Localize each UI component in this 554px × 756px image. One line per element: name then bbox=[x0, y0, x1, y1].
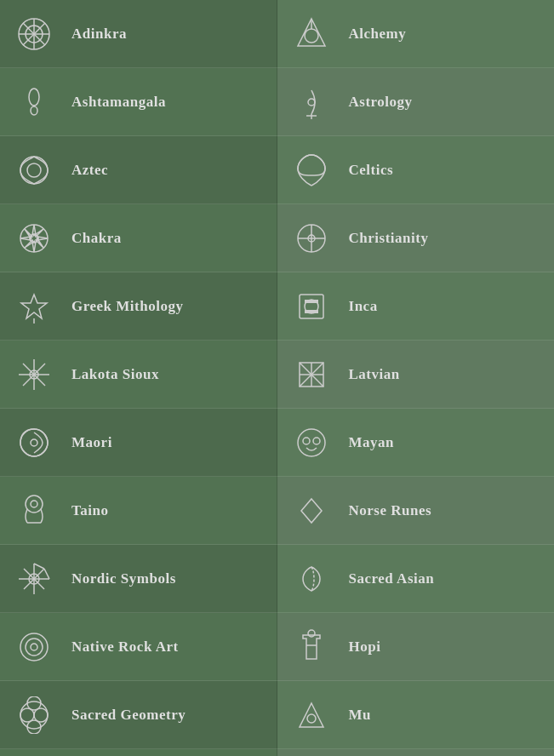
svg-point-38 bbox=[31, 439, 37, 446]
list-item-taino[interactable]: Taino bbox=[0, 477, 277, 545]
list-item-astrology[interactable]: Astrology bbox=[277, 68, 555, 136]
list-item-maori[interactable]: Maori bbox=[0, 409, 277, 477]
list-item-adinkra[interactable]: Adinkra bbox=[0, 0, 277, 68]
svg-point-39 bbox=[298, 429, 325, 456]
item-label: Alchemy bbox=[349, 26, 407, 43]
list-item-celtics[interactable]: Celtics bbox=[277, 136, 555, 204]
item-label: Hopi bbox=[349, 639, 381, 656]
svg-marker-23 bbox=[21, 295, 47, 318]
svg-point-15 bbox=[20, 157, 48, 184]
svg-marker-60 bbox=[300, 703, 323, 727]
svg-point-54 bbox=[308, 630, 315, 637]
list-item-aztec[interactable]: Aztec bbox=[0, 136, 277, 204]
list-item-norse-runes[interactable]: Norse Runes bbox=[277, 477, 555, 545]
chakra-icon bbox=[12, 216, 56, 261]
list-item-native-rock[interactable]: Native Rock Art bbox=[0, 613, 277, 681]
item-label: Sacred Geometry bbox=[71, 707, 186, 724]
item-label: Lakota Sioux bbox=[71, 366, 159, 383]
svg-point-61 bbox=[307, 714, 316, 723]
item-label: Aztec bbox=[71, 162, 108, 179]
svg-point-59 bbox=[27, 720, 41, 734]
nordic-icon bbox=[12, 557, 56, 601]
item-label: Nordic Symbols bbox=[71, 570, 176, 587]
list-item-latvian[interactable]: Latvian bbox=[277, 341, 555, 409]
svg-point-16 bbox=[27, 163, 41, 177]
item-label: Sacred Asian bbox=[349, 570, 435, 587]
item-label: Christianity bbox=[349, 230, 429, 247]
item-label: Native Rock Art bbox=[71, 639, 179, 656]
greek-icon bbox=[12, 284, 56, 329]
list-item-chakra[interactable]: Chakra bbox=[0, 204, 277, 272]
svg-point-58 bbox=[27, 696, 41, 710]
svg-line-50 bbox=[44, 569, 49, 579]
list-item-mayan[interactable]: Mayan bbox=[277, 409, 555, 477]
svg-point-17 bbox=[20, 225, 48, 252]
latvian-icon bbox=[289, 352, 334, 397]
aztec-icon bbox=[12, 148, 56, 192]
list-item-ashtamangala[interactable]: Ashtamangala bbox=[0, 68, 277, 136]
svg-point-9 bbox=[29, 89, 39, 106]
svg-point-42 bbox=[26, 495, 43, 513]
list-item-lakota[interactable]: Lakota Sioux bbox=[0, 341, 277, 409]
list-item-sacred-geometry[interactable]: Sacred Geometry bbox=[0, 681, 277, 749]
svg-point-51 bbox=[20, 633, 48, 661]
svg-line-49 bbox=[34, 564, 44, 569]
svg-point-53 bbox=[31, 644, 37, 650]
mu-icon bbox=[289, 693, 334, 737]
taino-icon bbox=[12, 489, 56, 533]
svg-marker-45 bbox=[301, 499, 322, 523]
mayan-icon bbox=[289, 421, 334, 465]
item-label: Astrology bbox=[349, 94, 413, 111]
norse-runes-icon bbox=[289, 489, 334, 533]
item-label: Adinkra bbox=[71, 26, 127, 43]
list-item-alchemy[interactable]: Alchemy bbox=[277, 0, 555, 68]
list-item-mu[interactable]: Mu bbox=[277, 681, 555, 749]
svg-point-40 bbox=[303, 438, 310, 444]
svg-point-7 bbox=[305, 29, 318, 43]
list-item-nordic[interactable]: Nordic Symbols bbox=[0, 545, 277, 613]
item-label: Celtics bbox=[349, 162, 394, 179]
svg-point-12 bbox=[308, 99, 315, 106]
christianity-icon bbox=[289, 216, 334, 261]
lakota-icon bbox=[12, 352, 56, 397]
list-item-hopi[interactable]: Hopi bbox=[277, 613, 555, 681]
celtics-icon bbox=[289, 148, 334, 192]
alchemy-icon bbox=[289, 12, 334, 56]
list-item-inca[interactable]: Inca bbox=[277, 272, 555, 341]
inca-icon bbox=[289, 284, 334, 329]
hopi-icon bbox=[289, 625, 334, 669]
list-item-christianity[interactable]: Christianity bbox=[277, 204, 555, 272]
svg-point-52 bbox=[26, 639, 43, 656]
item-label: Latvian bbox=[349, 366, 400, 383]
list-item-tarot[interactable]: Tarot-Major Arcana bbox=[0, 749, 277, 756]
svg-point-41 bbox=[313, 438, 320, 444]
ashtamangala-icon bbox=[12, 80, 56, 124]
svg-point-44 bbox=[31, 501, 37, 507]
symbol-grid: Adinkra Alchemy Ashtamangala Astrology A… bbox=[0, 0, 554, 756]
item-label: Mayan bbox=[349, 434, 395, 451]
item-label: Chakra bbox=[71, 230, 122, 247]
item-label: Greek Mithology bbox=[71, 298, 184, 315]
native-rock-icon bbox=[12, 625, 56, 669]
list-item-egyptian[interactable]: Egyptian bbox=[277, 749, 555, 756]
list-item-greek[interactable]: Greek Mithology bbox=[0, 272, 277, 341]
item-label: Norse Runes bbox=[349, 502, 432, 519]
adinkra-icon bbox=[12, 12, 56, 56]
item-label: Inca bbox=[349, 298, 378, 315]
item-label: Maori bbox=[71, 434, 112, 451]
svg-rect-25 bbox=[300, 295, 323, 318]
list-item-sacred-asian[interactable]: Sacred Asian bbox=[277, 545, 555, 613]
sacred-asian-icon bbox=[289, 557, 334, 601]
svg-point-10 bbox=[31, 106, 37, 115]
maori-icon bbox=[12, 421, 56, 465]
astrology-icon bbox=[289, 80, 334, 124]
sacred-geometry-icon bbox=[12, 693, 56, 737]
item-label: Ashtamangala bbox=[71, 94, 166, 111]
item-label: Taino bbox=[71, 502, 109, 519]
item-label: Mu bbox=[349, 707, 372, 724]
